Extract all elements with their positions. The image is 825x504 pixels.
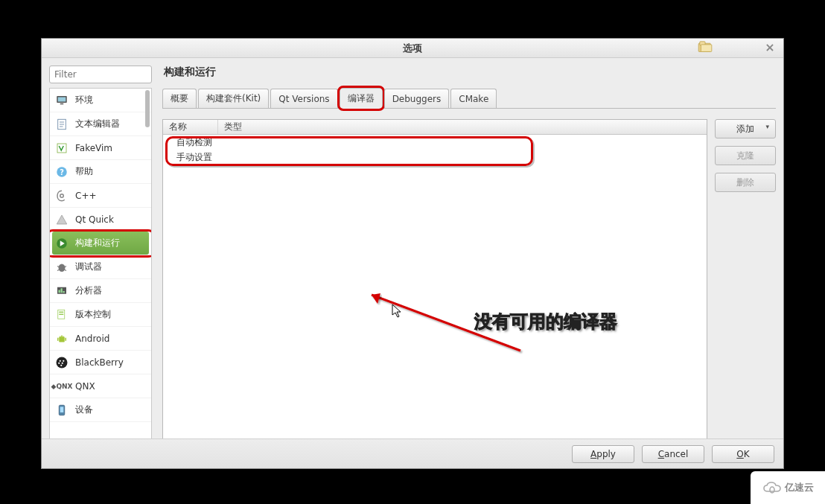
category-list[interactable]: 环境 文本编辑器 FakeVim ?帮助 C++ Qt Quick 构建和运行 xyxy=(49,88,152,457)
sidebar-item-debugger[interactable]: 调试器 xyxy=(50,255,151,279)
sidebar-item-label: 构建和运行 xyxy=(75,237,120,249)
cpp-icon xyxy=(54,188,69,203)
sidebar-item-vcs[interactable]: 版本控制 xyxy=(50,303,151,327)
tab-compilers[interactable]: 编译器 xyxy=(340,88,383,109)
android-icon xyxy=(54,331,69,346)
sidebar-item-label: 环境 xyxy=(75,94,93,106)
dialog-footer: Apply Cancel OK xyxy=(42,438,783,468)
watermark-text: 亿速云 xyxy=(785,481,814,494)
svg-rect-21 xyxy=(59,290,60,293)
tab-bar: 概要 构建套件(Kit) Qt Versions 编译器 Debuggers C… xyxy=(162,88,776,109)
sidebar-item-label: 调试器 xyxy=(75,261,102,273)
sidebar-item-android[interactable]: Android xyxy=(50,327,151,351)
svg-rect-5 xyxy=(60,103,64,104)
sidebar-item-label: BlackBerry xyxy=(75,357,124,368)
debugger-icon xyxy=(54,260,69,275)
sidebar-item-label: FakeVim xyxy=(75,143,112,153)
sidebar-item-texteditor[interactable]: 文本编辑器 xyxy=(50,112,151,136)
sidebar-item-cpp[interactable]: C++ xyxy=(50,184,151,208)
sidebar-item-environment[interactable]: 环境 xyxy=(50,89,151,112)
tab-qtversions[interactable]: Qt Versions xyxy=(270,89,337,108)
svg-point-28 xyxy=(60,335,62,336)
sidebar-item-label: 文本编辑器 xyxy=(75,118,120,130)
sidebar-item-label: 版本控制 xyxy=(75,308,111,321)
tab-kits[interactable]: 构建套件(Kit) xyxy=(198,89,269,108)
button-column: 添加 克隆 删除 xyxy=(715,119,776,457)
svg-line-18 xyxy=(57,269,60,271)
blackberry-icon xyxy=(54,355,69,370)
sidebar-item-label: Qt Quick xyxy=(75,214,114,225)
apply-button[interactable]: Apply xyxy=(572,445,634,463)
table-row[interactable]: 自动检测 xyxy=(163,135,707,150)
tab-overview[interactable]: 概要 xyxy=(162,89,197,108)
qnx-icon: ◆QNX xyxy=(54,379,69,394)
sidebar-item-qtquick[interactable]: Qt Quick xyxy=(50,208,151,232)
svg-text:?: ? xyxy=(60,168,64,176)
folder-icon xyxy=(698,41,713,53)
sidebar-item-devices[interactable]: 设备 xyxy=(50,398,151,422)
sidebar-item-help[interactable]: ?帮助 xyxy=(50,160,151,184)
sidebar-item-fakevim[interactable]: FakeVim xyxy=(50,136,151,160)
tab-cmake[interactable]: CMake xyxy=(450,89,497,108)
page-title: 构建和运行 xyxy=(164,66,776,79)
svg-point-13 xyxy=(60,194,64,197)
sidebar-item-blackberry[interactable]: BlackBerry xyxy=(50,351,151,374)
col-type[interactable]: 类型 xyxy=(218,120,707,134)
close-button[interactable]: × xyxy=(761,39,779,57)
svg-rect-22 xyxy=(61,288,63,293)
svg-point-33 xyxy=(60,360,61,361)
svg-rect-23 xyxy=(63,291,65,293)
sidebar-item-analyzer[interactable]: 分析器 xyxy=(50,279,151,303)
compilers-table[interactable]: 名称 类型 自动检测 手动设置 没有可用的编译器 xyxy=(162,119,707,457)
sidebar-item-qnx[interactable]: ◆QNXQNX xyxy=(50,374,151,398)
svg-line-40 xyxy=(372,295,520,351)
svg-point-36 xyxy=(62,362,63,363)
add-button[interactable]: 添加 xyxy=(715,119,776,138)
fakevim-icon xyxy=(54,141,69,156)
watermark: 亿速云 xyxy=(751,471,825,504)
svg-point-34 xyxy=(63,360,64,361)
col-name[interactable]: 名称 xyxy=(163,120,218,134)
svg-point-35 xyxy=(58,362,60,363)
devices-icon xyxy=(54,403,69,418)
sidebar-item-label: 设备 xyxy=(75,403,93,416)
sidebar: 环境 文本编辑器 FakeVim ?帮助 C++ Qt Quick 构建和运行 xyxy=(49,66,152,457)
sidebar-item-label: 分析器 xyxy=(75,284,102,297)
annotation-text: 没有可用的编译器 xyxy=(474,310,617,334)
svg-line-19 xyxy=(64,269,66,271)
ok-button[interactable]: OK xyxy=(712,445,774,463)
svg-point-37 xyxy=(60,364,62,366)
sidebar-item-buildrun[interactable]: 构建和运行 xyxy=(50,232,151,255)
sidebar-item-label: Android xyxy=(75,334,109,344)
svg-rect-2 xyxy=(701,45,711,52)
sidebar-item-label: 帮助 xyxy=(75,165,93,178)
svg-rect-25 xyxy=(59,311,63,313)
svg-rect-39 xyxy=(60,406,64,412)
svg-marker-41 xyxy=(372,293,380,304)
table-row[interactable]: 手动设置 xyxy=(163,150,707,165)
buildrun-icon xyxy=(54,236,69,251)
cloud-icon xyxy=(762,481,782,494)
delete-button: 删除 xyxy=(715,173,776,192)
svg-point-15 xyxy=(59,264,66,272)
options-dialog: 选项 × 环境 文本编辑器 FakeVim ?帮助 C++ Qt Quick xyxy=(41,38,784,469)
main-pane: 构建和运行 概要 构建套件(Kit) Qt Versions 编译器 Debug… xyxy=(162,66,776,457)
cancel-button[interactable]: Cancel xyxy=(642,445,704,463)
svg-rect-27 xyxy=(59,336,65,342)
svg-rect-30 xyxy=(57,337,59,341)
svg-point-29 xyxy=(63,335,64,336)
svg-rect-31 xyxy=(66,337,67,341)
vcs-icon xyxy=(54,307,69,322)
sidebar-item-label: C++ xyxy=(75,191,97,201)
filter-input[interactable] xyxy=(49,66,152,83)
titlebar: 选项 × xyxy=(42,39,783,58)
table-header: 名称 类型 xyxy=(163,120,707,135)
annotation-arrow xyxy=(349,287,558,369)
analyzer-icon xyxy=(54,284,69,299)
tab-debuggers[interactable]: Debuggers xyxy=(384,89,450,108)
monitor-icon xyxy=(54,93,69,108)
qtquick-icon xyxy=(54,212,69,227)
svg-rect-4 xyxy=(58,97,66,101)
window-title: 选项 xyxy=(403,42,422,54)
sidebar-item-label: QNX xyxy=(75,381,95,392)
